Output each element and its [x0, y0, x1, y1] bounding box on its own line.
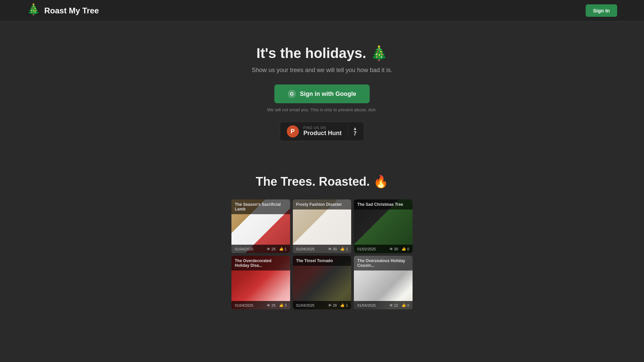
like-count: 0: [407, 303, 409, 307]
tree-card-footer: 01/04/2025 👁 22 👍 0: [354, 301, 413, 309]
no-email-note: We will not email you. This is only to p…: [267, 107, 377, 112]
hero-subtext: Show us your trees and we will tell you …: [252, 67, 392, 74]
tree-card-title: The Overzealous Holiday Cousin...: [354, 256, 413, 270]
like-icon: 👍: [279, 247, 284, 251]
like-icon: 👍: [279, 303, 284, 307]
tree-card-footer: 01/02/2025 👁 30 👍 0: [354, 245, 413, 253]
product-hunt-text: FIND US ON Product Hunt: [304, 126, 342, 137]
product-hunt-logo: P: [287, 125, 299, 137]
sign-in-button[interactable]: Sign In: [586, 4, 617, 17]
eye-icon: 👁: [389, 247, 393, 251]
eye-icon: 👁: [267, 247, 270, 251]
tree-likes: 👍 2: [340, 247, 348, 251]
tree-date: 01/04/2025: [296, 303, 315, 307]
tree-likes: 👍 1: [279, 247, 287, 251]
tree-stats: 👁 30 👍 2: [328, 247, 348, 251]
eye-icon: 👁: [328, 303, 332, 307]
tree-card-footer: 01/04/2025 👁 30 👍 2: [293, 245, 352, 253]
navbar: 🎄 Roast My Tree Sign In: [0, 0, 644, 21]
tree-date: 01/04/2025: [296, 247, 315, 251]
like-count: 3: [285, 303, 287, 307]
tree-stats: 👁 22 👍 0: [389, 303, 409, 307]
ph-count: 7: [354, 131, 357, 137]
like-count: 2: [346, 247, 348, 251]
tree-card-footer: 01/04/2025 👁 26 👍 1: [231, 245, 290, 253]
tree-card[interactable]: The Overzealous Holiday Cousin... 01/04/…: [354, 256, 413, 309]
tree-views: 👁 28: [328, 303, 337, 307]
logo-emoji: 🎄: [27, 4, 40, 17]
tree-date: 01/04/2025: [235, 247, 253, 251]
ph-votes: ▲ 7: [348, 126, 358, 137]
tree-date: 01/04/2025: [235, 303, 253, 307]
tree-stats: 👁 26 👍 1: [267, 247, 286, 251]
tree-card[interactable]: Frosty Fashion Disaster 01/04/2025 👁 30 …: [293, 199, 352, 253]
tree-card[interactable]: The Tinsel Tornado 01/04/2025 👁 28 👍 1: [293, 256, 352, 309]
tree-likes: 👍 0: [401, 247, 409, 251]
tree-stats: 👁 28 👍 1: [328, 303, 348, 307]
tree-likes: 👍 0: [401, 303, 409, 307]
ph-arrow-icon: ▲: [353, 126, 358, 131]
eye-icon: 👁: [389, 303, 393, 307]
tree-date: 01/04/2025: [357, 303, 376, 307]
tree-views: 👁 30: [389, 247, 398, 251]
eye-icon: 👁: [267, 303, 270, 307]
tree-card-footer: 01/04/2025 👁 25 👍 3: [231, 301, 290, 309]
trees-heading: The Trees. Roasted. 🔥: [256, 175, 388, 189]
tree-card-title: The Tinsel Tornado: [293, 256, 352, 266]
tree-stats: 👁 30 👍 0: [389, 247, 409, 251]
tree-card[interactable]: The Season's Sacrificial Lamb 01/04/2025…: [231, 199, 290, 253]
ph-find-text: FIND US ON: [304, 126, 326, 130]
hero-section: It's the holidays. 🎄 Show us your trees …: [0, 21, 644, 155]
tree-card-title: The Overdecorated Holiday Disa...: [231, 256, 290, 270]
google-icon: G: [288, 90, 296, 98]
tree-card-title: The Sad Christmas Tree: [354, 199, 413, 209]
like-count: 1: [285, 247, 287, 251]
view-count: 30: [333, 247, 337, 251]
navbar-title: Roast My Tree: [44, 6, 99, 15]
trees-grid: The Season's Sacrificial Lamb 01/04/2025…: [231, 199, 413, 309]
tree-likes: 👍 3: [279, 303, 287, 307]
like-icon: 👍: [340, 247, 345, 251]
hero-heading: It's the holidays. 🎄: [256, 45, 387, 61]
tree-date: 01/02/2025: [357, 247, 376, 251]
tree-likes: 👍 1: [340, 303, 348, 307]
tree-card[interactable]: The Sad Christmas Tree 01/02/2025 👁 30 👍…: [354, 199, 413, 253]
tree-card-title: The Season's Sacrificial Lamb: [231, 199, 290, 214]
brand-logo[interactable]: 🎄 Roast My Tree: [27, 4, 99, 17]
google-button-label: Sign in with Google: [300, 90, 356, 98]
like-icon: 👍: [401, 303, 406, 307]
tree-card-title: Frosty Fashion Disaster: [293, 199, 352, 209]
product-hunt-badge[interactable]: P FIND US ON Product Hunt ▲ 7: [280, 122, 365, 141]
view-count: 22: [394, 303, 398, 307]
view-count: 30: [394, 247, 398, 251]
like-icon: 👍: [401, 247, 406, 251]
navbar-right: Sign In: [586, 4, 617, 17]
like-count: 1: [346, 303, 348, 307]
tree-card[interactable]: The Overdecorated Holiday Disa... 01/04/…: [231, 256, 290, 309]
tree-views: 👁 25: [267, 303, 275, 307]
like-count: 0: [407, 247, 409, 251]
tree-stats: 👁 25 👍 3: [267, 303, 286, 307]
eye-icon: 👁: [328, 247, 332, 251]
view-count: 28: [333, 303, 337, 307]
tree-views: 👁 26: [267, 247, 275, 251]
tree-views: 👁 22: [389, 303, 398, 307]
google-sign-in-button[interactable]: G Sign in with Google: [274, 84, 370, 103]
like-icon: 👍: [340, 303, 345, 307]
trees-section: The Trees. Roasted. 🔥 The Season's Sacri…: [0, 155, 644, 323]
view-count: 26: [271, 247, 275, 251]
view-count: 25: [271, 303, 275, 307]
tree-card-footer: 01/04/2025 👁 28 👍 1: [293, 301, 352, 309]
tree-views: 👁 30: [328, 247, 337, 251]
ph-name: Product Hunt: [304, 130, 342, 137]
